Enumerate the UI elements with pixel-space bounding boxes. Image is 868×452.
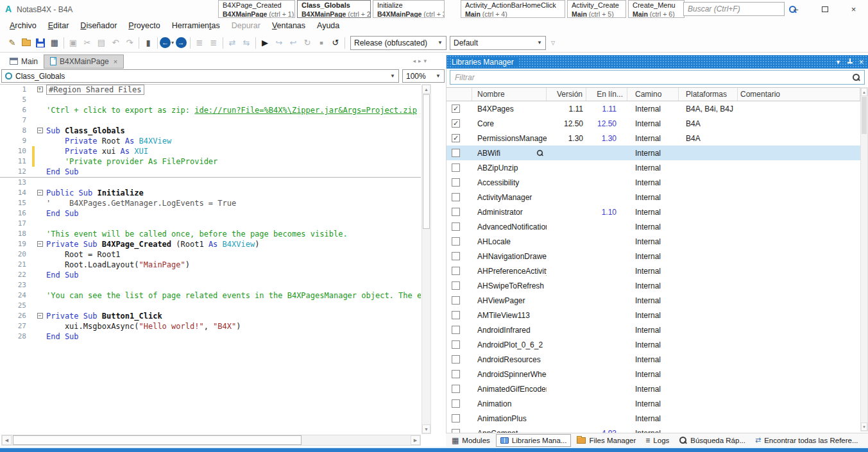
stop-button[interactable]: ■ xyxy=(314,36,328,50)
sub-selector[interactable]: Class_Globals ▼ xyxy=(1,69,399,83)
library-checkbox[interactable] xyxy=(452,370,460,378)
library-checkbox[interactable] xyxy=(452,163,460,172)
quick-tab-create-menu[interactable]: Create_MenuMain (ctrl + 6) xyxy=(628,0,685,18)
column-header-en-l-n[interactable]: En lín... xyxy=(586,88,627,101)
code-line-7[interactable]: 7 xyxy=(0,115,421,126)
doc-tab-b4xmainpage[interactable]: B4XMainPage× xyxy=(44,54,124,69)
scrollbar-thumb[interactable] xyxy=(13,435,302,445)
bottom-tab-encontrar-todas-las-refere[interactable]: ⇄Encontrar todas las Refere... xyxy=(751,434,862,447)
pin-icon[interactable] xyxy=(847,58,853,65)
code-line-9[interactable]: 9 Private Root As B4XView xyxy=(0,136,421,146)
bottom-tab-logs[interactable]: ≡Logs xyxy=(642,434,673,447)
copy-button[interactable]: ▣ xyxy=(66,36,80,50)
editor-horizontal-scrollbar[interactable]: ◀ ▶ xyxy=(1,435,421,446)
library-checkbox[interactable] xyxy=(452,237,460,246)
library-row-androidplot-0-6-2[interactable]: AndroidPlot_0_6_2Internal xyxy=(447,337,860,352)
library-checkbox[interactable] xyxy=(452,340,460,349)
code-line-12[interactable]: 12End Sub xyxy=(0,167,421,178)
quick-tab-class-globals[interactable]: Class_GlobalsB4XMainPage (ctrl + 2) xyxy=(297,0,371,18)
library-checkbox[interactable] xyxy=(452,193,460,201)
scroll-down-icon[interactable]: ▼ xyxy=(861,423,867,431)
code-line-13[interactable]: 13 xyxy=(0,178,421,188)
library-row-b4xpages[interactable]: B4XPages1.111.11InternalB4A, B4i, B4J xyxy=(447,101,860,116)
library-row-animation[interactable]: AnimationInternal xyxy=(447,396,860,411)
bottom-tab-b-squeda-r-p[interactable]: Búsqueda Ráp... xyxy=(675,434,749,447)
library-checkbox[interactable] xyxy=(452,326,460,334)
library-row-accessibility[interactable]: AccessibilityInternal xyxy=(447,175,860,190)
library-row-animationplus[interactable]: AnimationPlusInternal xyxy=(447,411,860,426)
library-checkbox[interactable] xyxy=(452,149,460,157)
library-checkbox[interactable] xyxy=(452,134,460,142)
library-checkbox[interactable] xyxy=(452,222,460,231)
library-checkbox[interactable] xyxy=(452,267,460,275)
code-line-24[interactable]: 24'You can see the list of page related … xyxy=(0,290,421,301)
code-line-26[interactable]: 26−Private Sub Button1_Click xyxy=(0,311,421,321)
library-checkbox[interactable] xyxy=(452,414,460,423)
zoom-selector[interactable]: 100% ▼ xyxy=(402,69,445,83)
library-row-androidspinnerwheel[interactable]: AndroidSpinnerWheelInternal xyxy=(447,367,860,381)
fold-collapse-icon[interactable]: − xyxy=(37,241,43,247)
navigate-back-button[interactable]: ←▾ xyxy=(160,36,174,50)
library-checkbox[interactable] xyxy=(452,119,460,128)
conditional-symbols-select[interactable]: Default▼ xyxy=(450,36,546,50)
code-line-6[interactable]: 6'Ctrl + click to export as zip: ide://r… xyxy=(0,105,421,115)
navigate-forward-button[interactable]: → xyxy=(174,36,188,50)
code-line-5[interactable]: 5 xyxy=(0,95,421,105)
indent-button[interactable]: ≣ xyxy=(192,36,207,50)
library-checkbox[interactable] xyxy=(452,105,460,113)
modules-button[interactable]: ▦ xyxy=(47,36,62,50)
doc-tab-main[interactable]: Main xyxy=(4,54,44,69)
outdent-button[interactable]: ≣ xyxy=(207,36,221,50)
code-editor[interactable]: 1+#Region Shared Files56'Ctrl + click to… xyxy=(0,84,421,434)
library-row-abzipunzip[interactable]: ABZipUnzipInternal xyxy=(447,160,860,175)
column-header-plataformas[interactable]: Plataformas xyxy=(679,88,738,101)
column-header-nombre[interactable]: Nombre xyxy=(472,88,547,101)
library-checkbox[interactable] xyxy=(452,178,460,187)
tab-scroll-arrows[interactable]: ◂▸▾ xyxy=(413,58,429,64)
search-input[interactable] xyxy=(684,4,788,13)
library-row-abwifi[interactable]: ABWifiInternal xyxy=(447,146,860,160)
run-button[interactable]: ▶ xyxy=(258,36,272,50)
step-into-button[interactable]: ↩ xyxy=(286,36,300,50)
menu-ventanas[interactable]: Ventanas xyxy=(266,19,311,32)
library-row-advancednotification[interactable]: AdvancedNotificationInternal xyxy=(447,219,860,234)
library-row-core[interactable]: Core12.5012.50InternalB4A xyxy=(447,116,860,131)
library-checkbox[interactable] xyxy=(452,385,460,393)
scroll-down-icon[interactable]: ▼ xyxy=(422,424,430,433)
bookmark-button[interactable]: ▮ xyxy=(141,36,155,50)
scroll-left-icon[interactable]: ◀ xyxy=(2,435,12,445)
close-button[interactable]: × xyxy=(839,0,868,18)
toolbar-overflow-button[interactable]: ▿ xyxy=(546,36,560,50)
library-checkbox[interactable] xyxy=(452,311,460,319)
cut-button[interactable]: ✂ xyxy=(80,36,94,50)
menu-proyecto[interactable]: Proyecto xyxy=(123,19,166,32)
code-line-28[interactable]: 28End Sub xyxy=(0,331,421,342)
code-line-1[interactable]: 1+#Region Shared Files xyxy=(0,85,421,95)
scroll-right-icon[interactable]: ▶ xyxy=(411,435,420,445)
library-row-androidresources[interactable]: AndroidResourcesInternal xyxy=(447,352,860,367)
library-row-ahviewpager[interactable]: AHViewPagerInternal xyxy=(447,293,860,308)
library-row-amtileview113[interactable]: AMTileView113Internal xyxy=(447,308,860,322)
code-line-18[interactable]: 18'This event will be called once, befor… xyxy=(0,229,421,239)
fold-collapse-icon[interactable]: − xyxy=(37,190,43,196)
fold-collapse-icon[interactable]: − xyxy=(37,313,43,319)
paste-button[interactable]: ▤ xyxy=(94,36,108,50)
column-header-comentario[interactable]: Comentario xyxy=(738,88,860,101)
library-row-androidinfrared[interactable]: AndroidInfraredInternal xyxy=(447,322,860,337)
library-row-ahpreferenceactivity[interactable]: AHPreferenceActivityInternal xyxy=(447,264,860,278)
library-row-animatedgifencoder[interactable]: AnimatedGifEncoderInternal xyxy=(447,381,860,396)
panel-menu-icon[interactable]: ▼ xyxy=(835,59,841,65)
code-line-23[interactable]: 23 xyxy=(0,280,421,290)
menu-ayuda[interactable]: Ayuda xyxy=(311,19,345,32)
quick-tab-b4xpage-created[interactable]: B4XPage_CreatedB4XMainPage (ctrl + 1) xyxy=(218,0,295,18)
panel-close-icon[interactable]: × xyxy=(859,58,864,67)
fold-expand-icon[interactable]: + xyxy=(37,87,43,92)
code-line-11[interactable]: 11 'Private provider As FileProvider xyxy=(0,156,421,167)
bottom-tab-libraries-mana[interactable]: Libraries Mana... xyxy=(496,434,572,447)
library-checkbox[interactable] xyxy=(452,281,460,290)
quick-tab-initialize[interactable]: InitializeB4XMainPage (ctrl + 3) xyxy=(373,0,445,18)
save-button[interactable] xyxy=(33,36,47,50)
step-over-button[interactable]: ↪ xyxy=(272,36,286,50)
build-configuration-select[interactable]: Release (obfuscated)▼ xyxy=(350,36,447,50)
panel-vertical-scrollbar[interactable]: ▲ ▼ xyxy=(860,87,868,431)
